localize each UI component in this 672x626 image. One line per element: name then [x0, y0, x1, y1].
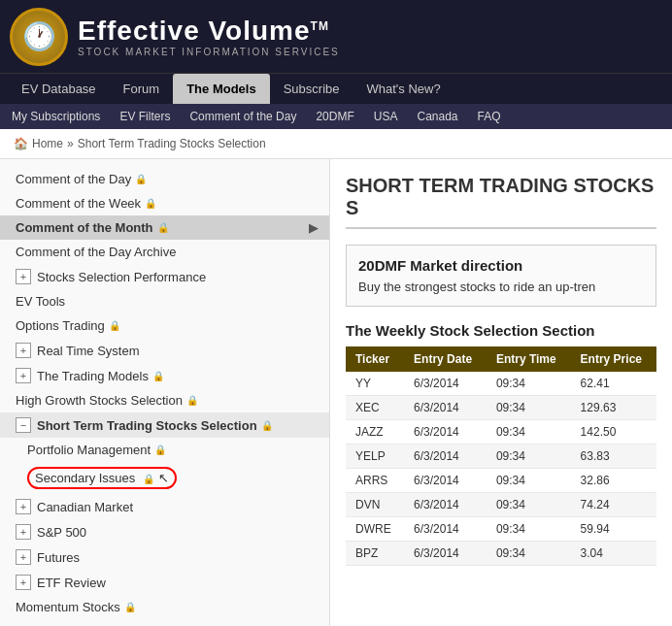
- expand-plus-icon[interactable]: +: [16, 368, 31, 383]
- cell-ticker: BPZ: [346, 542, 404, 566]
- market-direction-title: 20DMF Market direction: [358, 257, 644, 274]
- sidebar-item-options-trading[interactable]: Options Trading 🔒: [0, 313, 329, 338]
- brand-tagline: STOCK MARKET INFORMATION SERVICES: [78, 47, 340, 57]
- cell-ticker: YELP: [346, 445, 404, 469]
- logo-area: 🕐 Effective VolumeTM STOCK MARKET INFORM…: [10, 8, 340, 66]
- cell-ticker: DWRE: [346, 517, 404, 542]
- sidebar-item-futures[interactable]: + Futures: [0, 544, 329, 570]
- sidebar-item-trading-models[interactable]: + The Trading Models 🔒: [0, 363, 329, 388]
- cell-price: 3.04: [571, 542, 656, 566]
- sidebar-item-short-term[interactable]: − Short Term Trading Stocks Selection 🔒: [0, 412, 329, 438]
- table-row[interactable]: JAZZ 6/3/2014 09:34 142.50: [346, 420, 656, 445]
- expand-plus-icon[interactable]: +: [16, 575, 31, 590]
- sidebar-item-secondary-issues[interactable]: Secondary Issues 🔒 ↖: [0, 462, 329, 494]
- table-row[interactable]: YY 6/3/2014 09:34 62.41: [346, 372, 656, 396]
- nav-ev-database[interactable]: EV Database: [8, 74, 110, 104]
- circled-label[interactable]: Secondary Issues 🔒 ↖: [27, 467, 177, 489]
- breadcrumb: 🏠 Home » Short Term Trading Stocks Selec…: [0, 129, 672, 159]
- expand-minus-icon[interactable]: −: [16, 417, 31, 433]
- subnav-my-subscriptions[interactable]: My Subscriptions: [8, 108, 104, 125]
- sidebar-label: EV Tools: [16, 294, 65, 309]
- sidebar-item-sp500[interactable]: + S&P 500: [0, 519, 329, 544]
- col-entry-price: Entry Price: [571, 346, 656, 372]
- nav-subscribe[interactable]: Subscribe: [270, 74, 353, 104]
- expand-plus-icon[interactable]: +: [16, 524, 31, 540]
- cell-ticker: JAZZ: [346, 420, 404, 445]
- main-content: Comment of the Day 🔒 Comment of the Week…: [0, 159, 672, 626]
- sidebar-item-portfolio[interactable]: Portfolio Management 🔒: [0, 438, 329, 462]
- nav-bar: EV Database Forum The Models Subscribe W…: [0, 73, 672, 104]
- sidebar-item-etf-review[interactable]: + ETF Review: [0, 570, 329, 595]
- expand-plus-icon[interactable]: +: [16, 343, 31, 358]
- cell-ticker: XEC: [346, 396, 404, 420]
- sidebar-item-comment-week[interactable]: Comment of the Week 🔒: [0, 191, 329, 215]
- cell-ticker: DVN: [346, 493, 404, 517]
- subnav-faq[interactable]: FAQ: [474, 108, 505, 125]
- sidebar-item-comment-month[interactable]: Comment of the Month 🔒 ▶: [0, 215, 329, 240]
- subnav-canada[interactable]: Canada: [413, 108, 461, 125]
- sidebar-item-stocks-selection[interactable]: + Stocks Selection Performance: [0, 264, 329, 289]
- sidebar-item-ev-tools[interactable]: EV Tools: [0, 289, 329, 313]
- cell-ticker: ARRS: [346, 469, 404, 493]
- breadcrumb-current: Short Term Trading Stocks Selection: [78, 137, 266, 150]
- sidebar-item-momentum[interactable]: Momentum Stocks 🔒: [0, 595, 329, 619]
- table-row[interactable]: BPZ 6/3/2014 09:34 3.04: [346, 542, 656, 566]
- cell-date: 6/3/2014: [404, 493, 487, 517]
- expand-plus-icon[interactable]: +: [16, 269, 31, 284]
- sidebar-label: Canadian Market: [37, 500, 133, 514]
- col-ticker: Ticker: [346, 346, 404, 372]
- sidebar-label: The Trading Models: [37, 369, 149, 383]
- cell-time: 09:34: [487, 445, 571, 469]
- breadcrumb-home[interactable]: Home: [32, 137, 63, 150]
- expand-plus-icon[interactable]: +: [16, 499, 31, 514]
- cell-time: 09:34: [487, 493, 571, 517]
- nav-forum[interactable]: Forum: [110, 74, 174, 104]
- sidebar-label: High Growth Stocks Selection: [16, 393, 183, 408]
- cell-time: 09:34: [487, 542, 571, 566]
- sidebar-label: Comment of the Day Archive: [16, 245, 176, 259]
- lock-icon: 🔒: [152, 371, 164, 381]
- col-entry-date: Entry Date: [404, 346, 487, 372]
- sidebar-label: Comment of the Month: [16, 220, 153, 235]
- brand-tm: TM: [311, 19, 329, 33]
- cell-price: 74.24: [571, 493, 656, 517]
- nav-the-models[interactable]: The Models: [173, 74, 270, 104]
- table-row[interactable]: XEC 6/3/2014 09:34 129.63: [346, 396, 656, 420]
- weekly-section: The Weekly Stock Selection Section Ticke…: [346, 322, 656, 566]
- cell-time: 09:34: [487, 372, 571, 396]
- sidebar-item-comment-archive[interactable]: Comment of the Day Archive: [0, 240, 329, 264]
- cell-price: 32.86: [571, 469, 656, 493]
- table-row[interactable]: ARRS 6/3/2014 09:34 32.86: [346, 469, 656, 493]
- sidebar-item-real-time[interactable]: + Real Time System: [0, 338, 329, 363]
- sidebar-item-high-growth[interactable]: High Growth Stocks Selection 🔒: [0, 388, 329, 412]
- table-row[interactable]: DWRE 6/3/2014 09:34 59.94: [346, 517, 656, 542]
- page-title: SHORT TERM TRADING STOCKS S: [346, 175, 656, 229]
- nav-whats-new[interactable]: What's New?: [353, 74, 454, 104]
- sub-nav: My Subscriptions EV Filters Comment of t…: [0, 104, 672, 129]
- sidebar-item-sectors-table[interactable]: Sectors Table: [0, 619, 329, 626]
- breadcrumb-separator: »: [67, 137, 74, 150]
- header: 🕐 Effective VolumeTM STOCK MARKET INFORM…: [0, 0, 672, 73]
- brand-label: Effective Volume: [78, 16, 311, 46]
- subnav-ev-filters[interactable]: EV Filters: [116, 108, 174, 125]
- expand-plus-icon[interactable]: +: [16, 549, 31, 565]
- sidebar-item-comment-day[interactable]: Comment of the Day 🔒: [0, 167, 329, 191]
- cell-time: 09:34: [487, 420, 571, 445]
- subnav-comment-of-day[interactable]: Comment of the Day: [185, 108, 300, 125]
- cell-ticker: YY: [346, 372, 404, 396]
- subnav-usa[interactable]: USA: [370, 108, 402, 125]
- sidebar-item-canadian-market[interactable]: + Canadian Market: [0, 494, 329, 519]
- table-row[interactable]: DVN 6/3/2014 09:34 74.24: [346, 493, 656, 517]
- cell-time: 09:34: [487, 469, 571, 493]
- sidebar-label: Futures: [37, 550, 80, 565]
- cell-price: 62.41: [571, 372, 656, 396]
- cell-price: 129.63: [571, 396, 656, 420]
- table-row[interactable]: YELP 6/3/2014 09:34 63.83: [346, 445, 656, 469]
- cell-time: 09:34: [487, 396, 571, 420]
- cursor-icon: ↖: [158, 471, 169, 485]
- sidebar-label: Comment of the Week: [16, 196, 141, 211]
- cell-price: 142.50: [571, 420, 656, 445]
- cell-time: 09:34: [487, 517, 571, 542]
- subnav-20dmf[interactable]: 20DMF: [312, 108, 357, 125]
- home-icon: 🏠: [14, 137, 28, 150]
